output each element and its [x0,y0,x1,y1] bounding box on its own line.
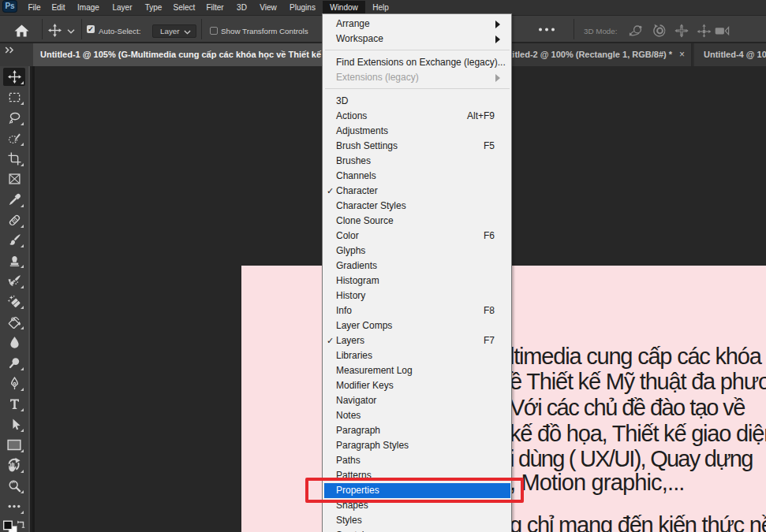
menu-item-swatches[interactable]: Swatches [324,528,510,532]
move-tool[interactable] [3,68,25,86]
menu-image[interactable]: Image [73,0,103,15]
menu-item-histogram[interactable]: Histogram [324,273,510,288]
menu-item-label: Gradients [336,260,377,271]
menu-item-paragraph[interactable]: Paragraph [324,423,510,438]
menu-item-find-extensions[interactable]: Find Extensions on Exchange (legacy)... [324,55,510,70]
history-brush-tool[interactable] [3,272,25,290]
hand-tool[interactable] [3,456,25,474]
close-tab-icon[interactable]: × [679,43,685,66]
edit-toolbar[interactable] [3,497,25,515]
pen-tool[interactable] [3,374,25,392]
menu-item-label: Libraries [336,350,372,361]
menu-item-styles[interactable]: Styles [324,513,510,528]
menu-item-character[interactable]: ✓Character [324,184,510,199]
menu-item-gradients[interactable]: Gradients [324,259,510,273]
menu-file[interactable]: File [24,0,44,15]
blur-tool[interactable] [3,333,25,352]
menu-item-actions[interactable]: ActionsAlt+F9 [324,109,510,124]
3d-slide-icon[interactable] [697,24,712,38]
paint-bucket-icon [7,315,21,329]
menu-item-label: Info [336,305,352,316]
menu-item-brush-settings[interactable]: Brush SettingsF5 [324,139,510,154]
submenu-arrow-icon [495,74,500,82]
menu-item-glyphs[interactable]: Glyphs [324,244,510,259]
menu-item-workspace[interactable]: Workspace [324,32,510,47]
menu-item-clone-source[interactable]: Clone Source [324,214,510,229]
crop-tool[interactable] [3,150,25,168]
clone-stamp-tool[interactable] [3,251,25,270]
menu-item-layers[interactable]: ✓LayersF7 [324,333,510,348]
crop-icon [8,152,21,166]
3d-camera-icon[interactable] [715,25,731,36]
brush-tool[interactable] [3,231,25,249]
paint-bucket-tool[interactable] [3,313,25,331]
menu-plugins[interactable]: Plugins [286,0,319,15]
menu-filter[interactable]: Filter [202,0,228,15]
menu-edit[interactable]: Edit [48,0,69,15]
dodge-tool[interactable] [3,354,25,372]
3d-pan-icon[interactable] [674,24,689,38]
3d-mode-label: 3D Mode: [584,27,617,35]
menu-type[interactable]: Type [141,0,166,15]
menu-select[interactable]: Select [170,0,199,15]
rectangle-tool[interactable] [3,436,25,454]
more-options-icon[interactable] [538,28,555,32]
show-transform-checkbox[interactable] [210,27,218,35]
menu-item-shortcut: F5 [484,139,495,154]
move-icon [8,70,21,84]
lasso-tool[interactable] [3,109,25,127]
move-tool-preset-icon[interactable] [48,24,62,37]
document-tab-3[interactable]: Untitled-4 @ 10 [694,43,766,66]
3d-orbit-icon[interactable] [629,24,645,38]
menu-item-layer-comps[interactable]: Layer Comps [324,318,510,333]
menu-item-character-styles[interactable]: Character Styles [324,199,510,214]
menu-item-notes[interactable]: Notes [324,408,510,423]
document-text-line: g chỉ mang đến kiến thức nền [510,512,766,532]
home-icon[interactable] [14,24,29,37]
menu-item-adjustments[interactable]: Adjustments [324,124,510,139]
options-separator [574,19,574,39]
menu-item-libraries[interactable]: Libraries [324,348,510,363]
menu-item-info[interactable]: InfoF8 [324,303,510,318]
eraser-tool[interactable] [3,292,25,311]
menu-item-label: Navigator [336,395,376,406]
menu-item-color[interactable]: ColorF6 [324,229,510,244]
menu-item-paragraph-styles[interactable]: Paragraph Styles [324,438,510,453]
menu-item-measurement-log[interactable]: Measurement Log [324,363,510,378]
rectangular-marquee-tool[interactable] [3,88,25,106]
menu-item-label: Arrange [336,18,370,29]
menu-item-brushes[interactable]: Brushes [324,154,510,169]
menu-item-label: 3D [336,95,348,106]
menu-item-3d[interactable]: 3D [324,94,510,109]
3d-roll-icon[interactable] [652,24,667,38]
menu-item-label: Layers [336,335,364,346]
menu-3d[interactable]: 3D [233,0,251,15]
menu-item-channels[interactable]: Channels [324,169,510,184]
menu-item-modifier-keys[interactable]: Modifier Keys [324,378,510,393]
type-tool[interactable] [3,395,25,413]
spot-healing-brush-tool[interactable] [3,211,25,229]
chevron-down-icon[interactable] [67,29,75,34]
menu-item-arrange[interactable]: Arrange [324,17,510,32]
auto-select-target-dropdown[interactable]: Layer [152,24,196,38]
auto-select-checkbox[interactable]: ✓ [87,25,95,33]
collapse-panel-icon[interactable] [5,47,16,54]
menu-item-label: Paragraph Styles [336,440,409,451]
object-selection-tool[interactable] [3,129,25,147]
menu-view[interactable]: View [256,0,281,15]
menu-item-navigator[interactable]: Navigator [324,393,510,408]
document-text-line: Với các chủ đề đào tạo về [510,395,745,421]
menu-item-paths[interactable]: Paths [324,453,510,468]
frame-tool[interactable] [3,170,25,188]
eyedropper-tool[interactable] [3,191,25,209]
menu-layer[interactable]: Layer [109,0,136,15]
menu-item-label: Extensions (legacy) [336,72,419,83]
document-tab-2[interactable]: Untitled-2 @ 100% (Rectangle 1, RGB/8#) … [491,43,693,66]
tab-title: Untitled-2 @ 100% (Rectangle 1, RGB/8#) … [498,50,672,59]
menu-window[interactable]: Window [323,1,365,14]
menu-item-history[interactable]: History [324,288,510,303]
zoom-tool[interactable] [3,477,25,495]
path-selection-tool[interactable] [3,415,25,433]
color-swatches[interactable] [0,519,32,532]
chevron-down-icon [184,30,191,35]
